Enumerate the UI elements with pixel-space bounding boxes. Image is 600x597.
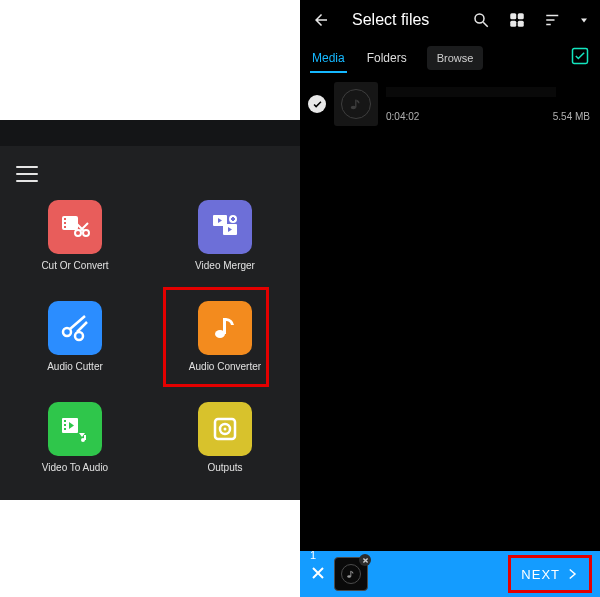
svg-rect-40 (350, 571, 351, 577)
sort-button[interactable] (542, 9, 564, 31)
tool-label: Cut Or Convert (41, 260, 108, 271)
svg-rect-18 (64, 420, 66, 422)
next-button[interactable]: NEXT (511, 559, 588, 589)
svg-rect-1 (64, 218, 66, 220)
tool-label: Audio Cutter (47, 361, 103, 372)
tool-video-to-audio[interactable]: Video To Audio (42, 402, 108, 473)
tool-audio-cutter[interactable]: Audio Cutter (47, 301, 103, 372)
audio-converter-icon (198, 301, 252, 355)
file-row[interactable]: 0:04:02 5.54 MB (308, 82, 592, 126)
video-merger-icon (198, 200, 252, 254)
video-to-audio-icon (48, 402, 102, 456)
file-thumbnail (334, 82, 378, 126)
tab-folders[interactable]: Folders (365, 45, 409, 71)
svg-rect-38 (355, 100, 356, 108)
tool-label: Outputs (207, 462, 242, 473)
tools-screen: Cut Or Convert Video Merger Audio Cutter (0, 0, 300, 597)
tab-browse[interactable]: Browse (427, 46, 484, 70)
tool-video-merger[interactable]: Video Merger (195, 200, 255, 271)
svg-point-26 (224, 428, 227, 431)
svg-rect-12 (231, 218, 235, 220)
svg-marker-35 (581, 19, 587, 23)
select-all-button[interactable] (570, 46, 590, 66)
svg-rect-28 (510, 13, 516, 19)
selection-count: 1 (310, 549, 316, 561)
clear-selection-button[interactable] (310, 565, 326, 585)
bottom-bar: 1 NEXT (300, 551, 600, 597)
svg-rect-33 (546, 19, 554, 21)
tool-audio-converter[interactable]: Audio Converter (189, 301, 261, 372)
svg-rect-3 (64, 226, 66, 228)
svg-rect-19 (64, 424, 66, 426)
svg-rect-2 (64, 222, 66, 224)
svg-rect-16 (223, 318, 226, 334)
status-bar (0, 120, 300, 146)
tab-media[interactable]: Media (310, 45, 347, 71)
svg-point-14 (75, 332, 83, 340)
tool-label: Audio Converter (189, 361, 261, 372)
tool-outputs[interactable]: Outputs (198, 402, 252, 473)
search-button[interactable] (470, 9, 492, 31)
select-files-screen: Select files Media Folders Browse (300, 0, 600, 597)
music-note-icon (341, 89, 371, 119)
tool-cut-or-convert[interactable]: Cut Or Convert (41, 200, 108, 271)
file-name (386, 87, 556, 97)
next-label: NEXT (521, 567, 560, 582)
page-title: Select files (352, 11, 429, 29)
svg-point-13 (63, 328, 71, 336)
svg-rect-31 (518, 21, 524, 27)
grid-view-button[interactable] (506, 9, 528, 31)
back-button[interactable] (310, 9, 332, 31)
menu-button[interactable] (16, 166, 38, 182)
svg-rect-34 (546, 24, 551, 26)
svg-rect-32 (546, 15, 558, 17)
svg-rect-20 (64, 428, 66, 430)
checkbox-checked[interactable] (308, 95, 326, 113)
remove-item-button[interactable] (359, 554, 371, 566)
tool-label: Video To Audio (42, 462, 108, 473)
cut-convert-icon (48, 200, 102, 254)
tool-label: Video Merger (195, 260, 255, 271)
outputs-icon (198, 402, 252, 456)
dropdown-button[interactable] (578, 9, 590, 31)
selected-thumbnail[interactable] (334, 557, 368, 591)
file-size: 5.54 MB (553, 111, 590, 122)
file-duration: 0:04:02 (386, 111, 419, 122)
svg-rect-30 (510, 21, 516, 27)
svg-point-27 (475, 14, 484, 23)
svg-rect-29 (518, 13, 524, 19)
audio-cutter-icon (48, 301, 102, 355)
svg-rect-23 (84, 435, 86, 440)
music-note-icon (341, 564, 361, 584)
